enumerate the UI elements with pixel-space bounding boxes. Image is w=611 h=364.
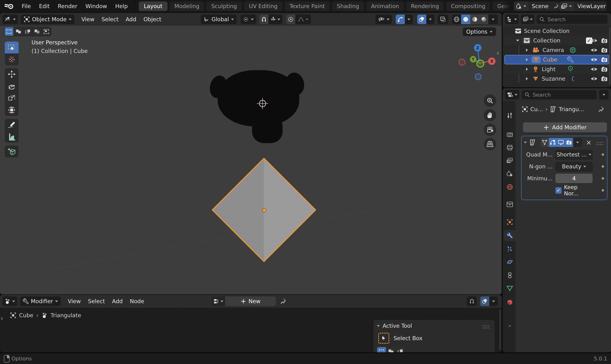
- object-visibility-dropdown[interactable]: [375, 14, 392, 24]
- gizmo-x-axis[interactable]: X: [488, 57, 495, 65]
- outliner-search[interactable]: [537, 15, 608, 24]
- toggle-edit-mode-display[interactable]: [541, 138, 549, 147]
- tool-move[interactable]: [5, 68, 19, 80]
- tab-physics[interactable]: [504, 256, 516, 267]
- quad-method-dropdown[interactable]: Shortest ...: [555, 150, 593, 159]
- node-pin-icon[interactable]: [280, 298, 286, 305]
- shading-dropdown[interactable]: [488, 14, 498, 24]
- outliner-row-camera[interactable]: Camera: [504, 45, 610, 55]
- tool-mode-set[interactable]: [377, 347, 386, 352]
- scene-browse-button[interactable]: [514, 1, 528, 11]
- outliner-item-label[interactable]: Collection: [533, 38, 560, 44]
- outliner-item-label[interactable]: Camera: [543, 47, 564, 53]
- modifier-drag-handle[interactable]: [597, 142, 598, 143]
- keep-normals-checkbox[interactable]: ✓: [555, 187, 562, 194]
- node-snap-toggle[interactable]: [467, 297, 477, 306]
- navigation-gizmo[interactable]: Z Y X: [455, 41, 498, 82]
- properties-options-dropdown[interactable]: [599, 90, 609, 100]
- tab-object[interactable]: [504, 217, 516, 228]
- outliner-editor-type-button[interactable]: [505, 14, 519, 24]
- select-mode-intersect[interactable]: [42, 27, 51, 36]
- workspace-tab-animation[interactable]: Animation: [366, 1, 404, 11]
- transform-orientation-dropdown[interactable]: Global: [201, 14, 237, 24]
- node-overlays-toggle[interactable]: [480, 297, 489, 306]
- gizmo-z-axis[interactable]: Z: [474, 44, 481, 52]
- breadcrumb-object-name[interactable]: Cube: [19, 312, 33, 318]
- animate-property-dot[interactable]: [602, 165, 604, 168]
- tool-transform[interactable]: [5, 104, 19, 116]
- animate-property-dot[interactable]: [602, 177, 604, 180]
- shading-material-button[interactable]: [470, 14, 479, 24]
- menu-help[interactable]: Help: [111, 0, 132, 13]
- workspace-tab-texture-paint[interactable]: Texture Paint: [284, 1, 330, 11]
- workspace-tab-uv-editing[interactable]: UV Editing: [244, 1, 283, 11]
- gizmo-y-axis[interactable]: Y: [470, 56, 476, 63]
- tab-collection[interactable]: [504, 199, 516, 210]
- overlays-dropdown[interactable]: [426, 14, 434, 24]
- active-tool-panel[interactable]: Active Tool Select Box: [373, 320, 495, 352]
- node-menu-view[interactable]: View: [64, 298, 84, 304]
- tab-column-more-chevron[interactable]: [504, 321, 516, 332]
- workspace-tab-modeling[interactable]: Modeling: [170, 1, 205, 11]
- camera-data-icon[interactable]: [570, 47, 576, 53]
- snap-toggle[interactable]: [259, 14, 268, 24]
- outliner-item-label[interactable]: Suzanne: [542, 76, 565, 82]
- workspace-tab-compositing[interactable]: Compositing: [446, 1, 490, 11]
- workspace-tab-sculpting[interactable]: Sculpting: [206, 1, 242, 11]
- gizmos-toggle[interactable]: [396, 14, 405, 24]
- disable-render-icon[interactable]: [601, 48, 608, 53]
- node-editor-scrollbar[interactable]: [500, 310, 501, 350]
- tool-select-box[interactable]: [5, 41, 19, 53]
- outliner-item-label[interactable]: Scene Collection: [524, 28, 570, 34]
- outliner-row-scene-collection[interactable]: Scene Collection: [504, 26, 610, 36]
- hide-eye-icon[interactable]: [590, 76, 598, 81]
- shading-rendered-button[interactable]: [479, 14, 488, 24]
- xray-toggle[interactable]: [438, 14, 448, 24]
- overlays-toggle[interactable]: [417, 14, 426, 24]
- outliner-row-collection[interactable]: Collection ✓: [504, 36, 610, 45]
- menu-edit[interactable]: Edit: [35, 0, 54, 13]
- tool-rotate[interactable]: [5, 80, 19, 92]
- node-menu-node[interactable]: Node: [126, 298, 148, 304]
- tool-annotate[interactable]: [5, 119, 19, 131]
- tool-mode-subtract[interactable]: [396, 347, 405, 352]
- tab-world[interactable]: [504, 182, 516, 193]
- browse-node-tree-button[interactable]: [212, 297, 225, 306]
- modifier-extras-dropdown[interactable]: [573, 138, 582, 147]
- menu-file[interactable]: File: [18, 0, 35, 13]
- disable-render-icon[interactable]: [601, 66, 608, 72]
- animate-property-dot[interactable]: [602, 153, 604, 156]
- outliner-row-light[interactable]: Light: [504, 65, 610, 74]
- active-tool-drag-handle[interactable]: [483, 325, 484, 326]
- blender-logo[interactable]: [4, 3, 14, 10]
- menu-render[interactable]: Render: [54, 0, 81, 13]
- mode-dropdown[interactable]: Object Mode: [21, 14, 74, 24]
- viewport-menu-object[interactable]: Object: [140, 16, 165, 22]
- snap-settings-dropdown[interactable]: [268, 14, 282, 24]
- breadcrumb-pin-icon[interactable]: [598, 106, 604, 113]
- breadcrumb-modifier-name[interactable]: Triangu...: [559, 106, 584, 112]
- hide-eye-icon[interactable]: [590, 67, 598, 72]
- tab-output[interactable]: [504, 142, 516, 153]
- add-modifier-button[interactable]: + Add Modifier: [523, 122, 607, 132]
- shading-wireframe-button[interactable]: [452, 14, 461, 24]
- editor-type-button[interactable]: [2, 14, 18, 24]
- tab-view-layer[interactable]: [504, 155, 516, 166]
- menu-window[interactable]: Window: [81, 0, 111, 13]
- disable-render-icon[interactable]: [601, 76, 608, 81]
- expand-arrow-icon[interactable]: [516, 39, 519, 41]
- pin-icon[interactable]: [552, 3, 559, 9]
- toggle-on-cage[interactable]: [549, 138, 557, 147]
- disable-render-icon[interactable]: [601, 38, 608, 43]
- sidebar-collapse-arrow[interactable]: ‹: [496, 49, 499, 57]
- node-sidebar-toggle[interactable]: ›: [0, 314, 3, 322]
- outliner-row-cube[interactable]: Cube: [504, 55, 610, 65]
- zoom-button[interactable]: [484, 94, 496, 107]
- node-overlays-dropdown[interactable]: [489, 297, 498, 306]
- node-editor-type-button[interactable]: [2, 297, 17, 306]
- tool-scale[interactable]: [5, 92, 19, 104]
- select-mode-set[interactable]: [4, 27, 13, 36]
- triangulate-modifier-panel[interactable]: × Quad M... Shortest ... N-gon ... Beaut…: [521, 136, 607, 200]
- new-node-tree-button[interactable]: + New: [225, 297, 276, 306]
- tab-particles[interactable]: [504, 243, 516, 254]
